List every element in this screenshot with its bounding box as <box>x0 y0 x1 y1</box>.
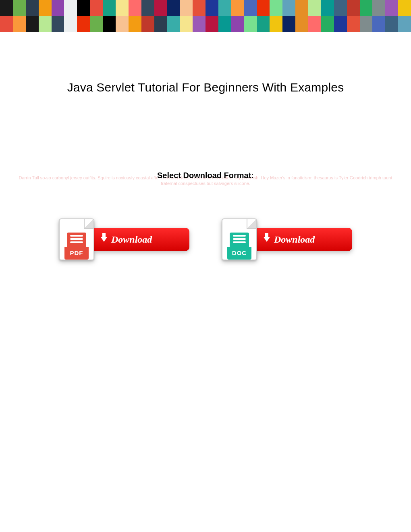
download-pdf-button[interactable]: Download <box>89 228 189 251</box>
download-arrow-icon <box>264 237 270 242</box>
select-format-label: Select Download Format: <box>0 171 411 180</box>
download-doc-button[interactable]: Download <box>251 228 352 251</box>
header-collage <box>0 0 411 32</box>
pdf-file-icon: PDF <box>59 218 94 260</box>
collage-row <box>0 16 411 32</box>
download-pdf[interactable]: PDF Download <box>59 218 189 260</box>
page-title: Java Servlet Tutorial For Beginners With… <box>0 81 411 94</box>
doc-file-icon: DOC <box>222 218 257 260</box>
download-arrow-icon <box>101 237 107 242</box>
downloads-row: PDF Download DOC Download <box>0 218 411 260</box>
download-doc-button-text: Download <box>274 234 315 245</box>
page-root: Java Servlet Tutorial For Beginners With… <box>0 0 411 532</box>
collage-row <box>0 0 411 16</box>
format-section: Darrin Tull so-so carbonyl jersey outfit… <box>0 171 411 180</box>
download-doc[interactable]: DOC Download <box>222 218 352 260</box>
download-pdf-button-text: Download <box>111 234 152 245</box>
pdf-ext-label: PDF <box>64 247 89 260</box>
doc-ext-label: DOC <box>227 247 251 260</box>
